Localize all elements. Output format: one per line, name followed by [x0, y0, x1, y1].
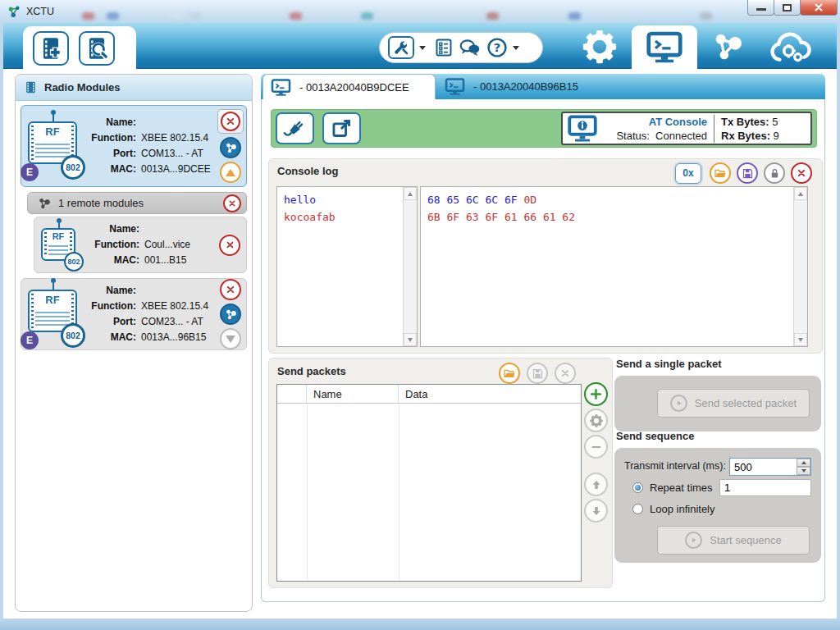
detach-console-button[interactable] — [322, 112, 361, 144]
scroll-up-button[interactable] — [794, 187, 807, 200]
clear-remote-modules-button[interactable] — [223, 194, 241, 212]
minimize-button[interactable] — [747, 0, 774, 16]
tx-bytes-label: Tx Bytes: — [721, 116, 769, 128]
rx-hex: 6B 6F 63 6F 61 66 61 62 — [427, 211, 575, 223]
floppy-icon — [742, 167, 754, 180]
cloud-services-button[interactable] — [760, 27, 820, 66]
expand-module-button[interactable] — [220, 328, 241, 349]
minimize-icon — [756, 8, 766, 11]
tools-menu-button[interactable] — [388, 36, 414, 59]
console-tab-active[interactable]: - 0013A20040B9DCEE — [262, 74, 436, 99]
add-packet-button[interactable] — [584, 382, 608, 406]
console-ascii-pane[interactable]: hello kocoafab — [276, 186, 418, 347]
rf-label: RF — [30, 126, 75, 138]
scroll-down-button[interactable] — [794, 333, 807, 346]
remove-module-button[interactable] — [220, 279, 241, 300]
collapse-module-button[interactable] — [220, 162, 241, 183]
load-console-session-button[interactable] — [710, 162, 731, 184]
remote-modules-header[interactable]: 1 remote modules — [27, 192, 247, 214]
antenna-icon — [52, 281, 54, 290]
aero-reflection — [568, 12, 581, 20]
radio-module-card-2[interactable]: RF 802 E Name: Function:XBEE 802.15.4 Po… — [21, 278, 247, 350]
field-label: Port: — [84, 314, 136, 330]
radio-modules-panel: Radio Modules RF 802 E Name: Function:XB… — [15, 74, 253, 612]
triangle-up-icon — [801, 461, 806, 464]
save-console-session-button[interactable] — [737, 162, 758, 184]
help-button[interactable] — [486, 37, 508, 58]
tools-menu-caret[interactable] — [419, 46, 426, 50]
send-selected-packet-button[interactable]: Send selected packet — [657, 389, 810, 418]
repeat-times-input[interactable] — [719, 479, 811, 496]
disconnect-button[interactable] — [276, 112, 314, 144]
configuration-mode-button[interactable] — [576, 26, 623, 67]
console-hex-text: 68 65 6C 6C 6F 0D 6B 6F 63 6F 61 66 61 6… — [427, 191, 789, 226]
radio-module-card-1[interactable]: RF 802 E Name: Function:XBEE 802.15.4 Po… — [21, 105, 247, 187]
cloud-gears-icon — [767, 28, 813, 66]
start-sequence-label: Start sequence — [710, 534, 781, 546]
remove-module-button[interactable] — [217, 109, 244, 134]
column-header-data: Data — [399, 385, 581, 403]
clear-console-button[interactable] — [791, 162, 812, 184]
floppy-icon — [532, 368, 544, 380]
module-info: Name: Function:XBEE 802.15.4 Port:COM13.… — [84, 115, 215, 177]
titlebar[interactable]: XCTU — [0, 0, 840, 23]
remote-module-card[interactable]: RF 802 Name: Function:Coul...vice MAC:00… — [34, 217, 247, 273]
close-button[interactable] — [800, 0, 838, 16]
field-value: 0013A...96B15 — [141, 330, 206, 345]
send-sequence-section: Send sequence Transmit interval (ms): Re… — [614, 430, 821, 563]
lock-icon — [769, 167, 781, 180]
tx-bytes-value: 5 — [772, 116, 778, 128]
close-packets-list-button[interactable] — [555, 363, 576, 384]
ascii-scrollbar[interactable] — [403, 187, 417, 346]
radio-modules-title: Radio Modules — [44, 81, 120, 94]
task-list-button[interactable] — [434, 38, 454, 57]
column-header-name: Name — [307, 385, 399, 403]
discover-nodes-button[interactable] — [220, 304, 241, 325]
add-radio-module-button[interactable] — [33, 31, 69, 66]
scroll-up-button[interactable] — [404, 187, 417, 200]
console-tab-inactive[interactable]: - 0013A20040B96B15 — [437, 74, 587, 99]
scroll-down-button[interactable] — [404, 333, 417, 346]
packets-table[interactable]: Name Data — [276, 384, 582, 582]
column-divider — [399, 404, 399, 581]
window-frame — [837, 23, 840, 630]
close-icon — [796, 167, 807, 179]
start-sequence-button[interactable]: Start sequence — [657, 526, 810, 555]
remove-packet-button[interactable] — [584, 435, 608, 459]
discover-radio-modules-button[interactable] — [79, 31, 115, 66]
packets-table-header: Name Data — [277, 385, 581, 404]
help-menu-caret[interactable] — [513, 46, 519, 50]
move-packet-up-button[interactable] — [584, 472, 608, 496]
spinner-down-button[interactable] — [797, 467, 810, 475]
field-label: Name: — [84, 283, 136, 299]
move-packet-down-button[interactable] — [584, 499, 608, 523]
save-packets-list-button[interactable] — [527, 363, 548, 384]
hex-scrollbar[interactable] — [793, 187, 807, 346]
triangle-down-icon — [408, 338, 413, 342]
field-value: Coul...vice — [144, 237, 190, 253]
network-mode-button[interactable] — [702, 28, 753, 66]
load-packets-list-button[interactable] — [499, 363, 520, 384]
remove-remote-module-button[interactable] — [219, 235, 240, 256]
rf-module-icon: RF 802 E — [21, 279, 84, 349]
field-value: COM13... - AT — [141, 146, 203, 162]
feedback-button[interactable] — [459, 37, 482, 58]
hex-toggle-label: 0x — [682, 167, 693, 179]
hex-view-toggle[interactable]: 0x — [675, 163, 701, 184]
remote-modules-label: 1 remote modules — [58, 197, 144, 209]
consoles-mode-button[interactable] — [632, 25, 697, 69]
console-status: AT Console Status: Connected — [600, 115, 707, 143]
lock-scroll-button[interactable] — [764, 162, 785, 184]
single-packet-section: Send a single packet Send selected packe… — [614, 358, 821, 431]
edit-packet-button[interactable] — [584, 409, 608, 432]
console-hex-pane[interactable]: 68 65 6C 6C 6F 0D 6B 6F 63 6F 61 66 61 6… — [420, 186, 808, 347]
repeat-times-radio[interactable] — [632, 482, 643, 493]
loop-infinitely-radio[interactable] — [632, 504, 643, 514]
aero-reflection — [486, 12, 499, 20]
spinner-up-button[interactable] — [797, 459, 810, 467]
maximize-button[interactable] — [774, 0, 801, 16]
interval-spinner — [797, 459, 810, 475]
aero-reflection — [82, 12, 94, 20]
discover-nodes-button[interactable] — [220, 137, 241, 158]
plug-icon — [283, 116, 308, 141]
